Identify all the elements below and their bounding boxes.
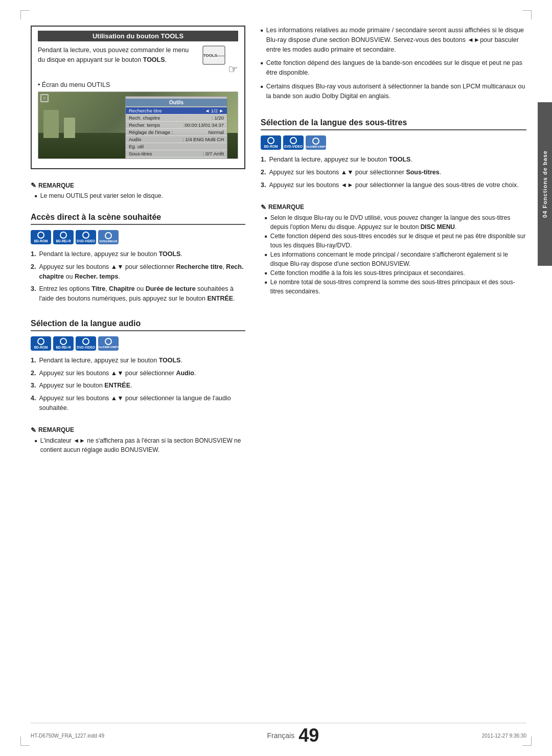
outils-menu-label-text: Écran du menu OUTILS <box>40 81 110 88</box>
sous-titres-step-3: 3. Appuyez sur les boutons ◄► pour sélec… <box>261 180 526 190</box>
step-text: Appuyez sur les boutons ▲▼ pour sélectio… <box>269 168 441 177</box>
step-bold: ENTRÉE <box>104 382 130 389</box>
menu-title-bar: Outils <box>126 99 227 106</box>
menu-row-audio: Audio : 1/4 ENG Multi CH <box>126 136 227 143</box>
chapter-tab: 04 Fonctions de base <box>538 102 552 266</box>
sous-titres-heading: Sélection de la langue des sous-titres <box>261 118 526 130</box>
selection-audio-badges: BD-ROM BD-RE/-R DVD-VIDEO DivX/MKV/MP4 <box>31 336 245 351</box>
badge-label: DivX/MKV/MP4 <box>305 145 327 148</box>
badge-circle <box>37 232 44 239</box>
badge-circle <box>37 338 44 345</box>
menu-row-recherche-titre: Recherche titre ◄ 1/2 ► <box>126 107 227 114</box>
tools-btn-sublabel: —— <box>217 54 224 57</box>
sous-titres-steps: 1. Pendant la lecture, appuyez sur le bo… <box>261 155 526 193</box>
menu-row-value: Normal <box>208 129 224 135</box>
sous-titres-step-1: 1. Pendant la lecture, appuyez sur le bo… <box>261 155 526 165</box>
menu-row-reglage-image: Réglage de l'image : Normal <box>126 129 227 136</box>
right-bullet-list: Les informations relatives au mode prima… <box>261 26 526 105</box>
badge-circle <box>105 338 112 345</box>
step-num: 1. <box>261 155 266 165</box>
tower2 <box>64 118 75 138</box>
step-text: Appuyez sur les boutons ▲▼ pour sélectio… <box>39 369 196 378</box>
badge-circle <box>60 338 67 345</box>
bullet-text: Certains disques Blu-ray vous autorisent… <box>266 82 526 101</box>
step-text: Pendant la lecture, appuyez sur le bouto… <box>39 356 182 365</box>
remarque-sous-titres-item-4: Cette fonction modifie à la fois les sou… <box>261 268 526 278</box>
step-bold: TOOLS <box>159 357 181 364</box>
acces-direct-badges: BD-ROM BD-RE/-R DVD-VIDEO DVD±RW/±R <box>31 230 245 244</box>
menu-overlay: Outils Recherche titre ◄ 1/2 ► Rech. cha… <box>125 96 227 159</box>
step-bold: Recherche titre <box>176 263 222 270</box>
remarque-audio-item-text: L'indicateur ◄► ne s'affichera pas à l'é… <box>40 436 245 454</box>
menu-row-value: ◄ 1/2 ► <box>205 108 224 113</box>
badge-label: DVD-VIDEO <box>77 346 95 349</box>
menu-bg: ◎ Outils Recherche titre ◄ 1/2 ► Rech. c… <box>38 92 238 158</box>
menu-row-label: Rech. chapitre <box>129 115 160 121</box>
tools-btn-label: TOOLS <box>203 53 217 58</box>
main-content: Utilisation du bouton TOOLS Pendant la l… <box>31 26 526 730</box>
corner-mark-tr <box>522 10 532 19</box>
selection-audio-heading: Sélection de la langue audio <box>31 319 245 331</box>
tools-btn-inner: TOOLS —— <box>202 45 225 65</box>
acces-direct-steps: 1. Pendant la lecture, appuyez sur le bo… <box>31 249 245 307</box>
corner-mark-bl <box>20 737 30 746</box>
badge-label: DVD-VIDEO <box>77 239 95 243</box>
remarque-sous-titres-item-2: Cette fonction dépend des sous-titres en… <box>261 232 526 250</box>
footer-date: 2011-12-27 9:36:30 <box>482 733 526 739</box>
step-bold: Sous-titres <box>406 169 439 176</box>
menu-row-label: Eg. util <box>129 144 144 149</box>
step-num: 1. <box>31 249 36 259</box>
remarque-audio: REMARQUE L'indicateur ◄► ne s'affichera … <box>31 426 245 454</box>
menu-row-label: Angle <box>129 158 141 159</box>
badge-divx-3: DivX/MKV/MP4 <box>306 135 326 150</box>
menu-row-label: Sous-titres <box>129 151 152 156</box>
step-bold: TOOLS <box>389 156 411 163</box>
step-num: 3. <box>31 381 36 391</box>
remark-text: Selon le disque Blu-ray ou le DVD utilis… <box>270 213 526 232</box>
page-number: 49 <box>298 726 319 745</box>
chapter-tab-text: 04 Fonctions de base <box>542 150 548 218</box>
menu-row-angle: Angle : 1/1 <box>126 157 227 159</box>
badge-bd-rom-2: BD-ROM <box>31 336 51 351</box>
outils-menu-label: • Écran du menu OUTILS <box>38 81 238 88</box>
badge-dvd-video-1: DVD-VIDEO <box>76 230 96 244</box>
tools-intro: Pendant la lecture, vous pouvez commande… <box>38 45 238 76</box>
step-num: 2. <box>261 168 266 177</box>
page-footer: HT-D6750W_FRA_1227.indd 49 Français 49 2… <box>31 723 526 745</box>
audio-step-1: 1. Pendant la lecture, appuyez sur le bo… <box>31 356 245 365</box>
selection-audio-steps: 1. Pendant la lecture, appuyez sur le bo… <box>31 356 245 416</box>
remarque-sous-titres-item-5: Le nombre total de sous-titres comprend … <box>261 278 526 296</box>
remark-text: Cette fonction modifie à la fois les sou… <box>270 268 465 278</box>
menu-row-sous-titres: Sous-titres : 0/7 Arrêt <box>126 150 227 157</box>
tools-box: Utilisation du bouton TOOLS Pendant la l… <box>31 26 245 169</box>
step-num: 4. <box>31 394 36 413</box>
badge-bd-re-2: BD-RE/-R <box>53 336 74 351</box>
remarque-outils-item-1: Le menu OUTILS peut varier selon le disq… <box>31 191 245 200</box>
menu-row-label: Recherche titre <box>129 108 162 113</box>
audio-step-4: 4. Appuyez sur les boutons ▲▼ pour sélec… <box>31 394 245 413</box>
acces-direct-heading: Accès direct à la scène souhaitée <box>31 213 245 225</box>
badge-label: BD-ROM <box>264 145 278 148</box>
sous-titres-step-2: 2. Appuyez sur les boutons ▲▼ pour sélec… <box>261 168 526 177</box>
badge-circle <box>82 338 89 345</box>
badge-dvd-rw-1: DVD±RW/±R <box>98 230 119 244</box>
step-text: Pendant la lecture, appuyez sur le bouto… <box>39 249 182 259</box>
acces-step-1: 1. Pendant la lecture, appuyez sur le bo… <box>31 249 245 259</box>
badge-label: DVD-VIDEO <box>284 145 303 148</box>
step-bold: TOOLS <box>159 250 181 258</box>
tower1 <box>43 110 59 138</box>
bullet-text: Les informations relatives au mode prima… <box>266 26 526 54</box>
remarque-sous-titres-item-3: Les informations concernant le mode prin… <box>261 250 526 268</box>
step-bold: Titre <box>91 285 105 292</box>
menu-row-eg-util: Eg. util <box>126 143 227 150</box>
menu-row-label: Réglage de l'image : <box>129 129 173 135</box>
tools-bold: TOOLS <box>143 56 165 63</box>
tools-box-title: Utilisation du bouton TOOLS <box>38 31 238 41</box>
hand-icon: ☞ <box>228 63 238 76</box>
badge-label: DivX/MKV/MP4 <box>98 346 119 349</box>
step-text: Appuyez sur le bouton ENTRÉE. <box>39 381 132 391</box>
badge-circle <box>60 232 67 239</box>
left-column: Utilisation du bouton TOOLS Pendant la l… <box>31 26 245 730</box>
disc-icon-small: ◎ <box>40 94 49 102</box>
acces-step-3: 3. Entrez les options Titre, Chapitre ou… <box>31 284 245 304</box>
